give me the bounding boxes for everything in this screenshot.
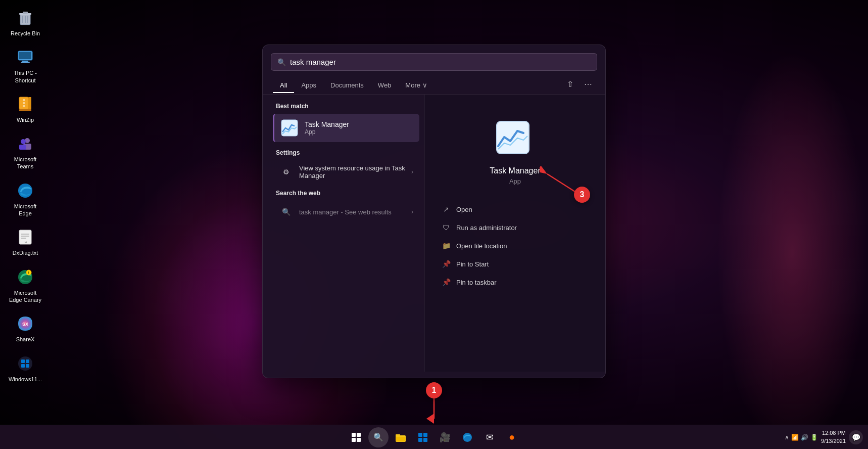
taskbar-file-explorer[interactable] <box>391 427 411 447</box>
desktop-icon-windows11[interactable]: Windows11... <box>5 351 45 385</box>
this-pc-label: This PC -Shortcut <box>14 69 37 84</box>
svg-rect-33 <box>26 360 29 363</box>
desktop-icon-dxdiag[interactable]: txt DxDiag.txt <box>5 224 45 259</box>
svg-rect-9 <box>21 62 30 63</box>
start-button[interactable] <box>346 427 366 447</box>
taskbar-center: 🔍 🎥 <box>346 427 522 447</box>
web-search-item[interactable]: 🔍 task manager - See web results › <box>273 201 419 223</box>
svg-rect-34 <box>21 364 25 368</box>
tray-up-arrow[interactable]: ∧ <box>785 434 789 441</box>
taskbar-right: ∧ 📶 🔊 🔋 12:08 PM 9/13/2021 💬 <box>785 429 863 445</box>
bg-glow-3 <box>716 51 868 449</box>
windows-logo <box>352 433 361 442</box>
open-icon: ↗ <box>441 204 451 214</box>
desktop: Recycle Bin This PC -Shortcut <box>0 0 868 449</box>
svg-rect-19 <box>19 145 26 150</box>
more-options-btn[interactable]: ⋯ <box>581 77 595 91</box>
svg-rect-7 <box>19 52 31 59</box>
right-panel: Task Manager App ↗ Open 🛡 Run as adminis… <box>424 95 605 372</box>
desktop-icon-edge[interactable]: MicrosoftEdge <box>5 178 45 220</box>
file-location-label: Open file location <box>456 242 507 250</box>
edge-label: MicrosoftEdge <box>14 203 37 217</box>
desktop-icon-edge-canary[interactable]: ! MicrosoftEdge Canary <box>5 264 45 306</box>
context-item-pin-taskbar[interactable]: 📌 Pin to taskbar <box>435 273 595 291</box>
svg-rect-2 <box>23 12 28 14</box>
svg-rect-13 <box>23 102 25 104</box>
recycle-bin-icon <box>15 8 35 28</box>
taskbar-store[interactable] <box>413 427 433 447</box>
edge-canary-label: MicrosoftEdge Canary <box>9 289 41 304</box>
context-menu: ↗ Open 🛡 Run as administrator 📁 Open fil… <box>435 200 595 291</box>
tab-documents[interactable]: Documents <box>323 78 371 93</box>
start-menu: 🔍 2 All Apps Documents Web More ∨ <box>262 44 606 378</box>
left-panel: Best match Task Manager App <box>263 95 424 372</box>
windows11-icon <box>15 353 35 374</box>
search-bar: 🔍 2 <box>271 53 597 71</box>
run-admin-icon: 🛡 <box>441 222 451 233</box>
winzip-icon <box>15 94 35 114</box>
share-icon-btn[interactable]: ⇧ <box>563 77 577 91</box>
notification-icon[interactable]: 💬 <box>849 430 863 444</box>
taskbar-edge[interactable] <box>457 427 477 447</box>
this-pc-icon <box>15 47 35 67</box>
sharex-icon: SX <box>15 313 35 334</box>
settings-item-label: View system resource usage in Task Manag… <box>299 164 405 179</box>
svg-text:txt: txt <box>24 241 27 244</box>
web-search-arrow: › <box>411 208 413 215</box>
context-item-file-location[interactable]: 📁 Open file location <box>435 237 595 255</box>
web-suffix: - See web results <box>341 208 391 216</box>
pin-taskbar-icon: 📌 <box>441 277 451 287</box>
svg-rect-45 <box>396 434 400 436</box>
run-admin-label: Run as administrator <box>456 224 517 232</box>
tab-all[interactable]: All <box>273 78 294 93</box>
settings-item-resources[interactable]: ⚙ View system resource usage in Task Man… <box>273 160 419 184</box>
desktop-icon-winzip[interactable]: WinZip <box>5 92 45 126</box>
taskbar-mail[interactable]: ✉ <box>479 427 500 447</box>
context-item-open[interactable]: ↗ Open <box>435 200 595 218</box>
best-match-info: Task Manager App <box>305 120 349 136</box>
svg-rect-48 <box>423 433 427 437</box>
tab-web[interactable]: Web <box>371 78 399 93</box>
date-display: 9/13/2021 <box>821 437 846 445</box>
tab-apps[interactable]: Apps <box>294 78 323 93</box>
svg-rect-50 <box>423 438 427 442</box>
time-display: 12:08 PM <box>821 429 846 437</box>
volume-icon[interactable]: 🔊 <box>801 434 808 441</box>
tab-more[interactable]: More ∨ <box>398 78 434 93</box>
context-item-run-admin[interactable]: 🛡 Run as administrator <box>435 218 595 237</box>
edge-icon <box>15 181 35 201</box>
svg-text:SX: SX <box>22 322 28 327</box>
desktop-icon-recycle-bin[interactable]: Recycle Bin <box>5 5 45 39</box>
settings-item-arrow: › <box>411 168 413 175</box>
svg-rect-11 <box>28 97 31 109</box>
taskbar-orange-app[interactable]: ● <box>502 427 522 447</box>
svg-point-31 <box>18 356 32 371</box>
web-search-text: task manager - See web results <box>299 208 405 216</box>
svg-rect-46 <box>396 437 405 441</box>
battery-icon[interactable]: 🔋 <box>810 434 818 441</box>
content-area: Best match Task Manager App <box>263 95 605 372</box>
clock[interactable]: 12:08 PM 9/13/2021 <box>821 429 846 445</box>
open-label: Open <box>456 206 472 213</box>
svg-rect-32 <box>21 360 25 363</box>
web-search-icon: 🔍 <box>279 205 293 219</box>
context-item-pin-start[interactable]: 📌 Pin to Start <box>435 255 595 273</box>
settings-section-title: Settings <box>273 149 419 156</box>
search-icon: 🔍 <box>277 58 286 66</box>
right-panel-app-type: App <box>509 177 521 185</box>
windows11-label: Windows11... <box>9 376 42 383</box>
desktop-icon-this-pc[interactable]: This PC -Shortcut <box>5 44 45 86</box>
taskbar-video-call[interactable]: 🎥 <box>435 427 455 447</box>
svg-rect-14 <box>23 105 25 107</box>
svg-rect-35 <box>26 364 29 368</box>
desktop-icon-sharex[interactable]: SX ShareX <box>5 311 45 345</box>
edge-canary-icon: ! <box>15 267 35 287</box>
search-input[interactable] <box>290 58 591 66</box>
svg-rect-49 <box>418 438 422 442</box>
taskbar-search-button[interactable]: 🔍 <box>368 427 389 447</box>
desktop-icon-teams[interactable]: MicrosoftTeams <box>5 131 45 173</box>
annotation-3: 3 <box>574 187 590 203</box>
network-icon[interactable]: 📶 <box>791 434 799 441</box>
dxdiag-label: DxDiag.txt <box>13 249 38 256</box>
best-match-item[interactable]: Task Manager App <box>273 114 419 142</box>
